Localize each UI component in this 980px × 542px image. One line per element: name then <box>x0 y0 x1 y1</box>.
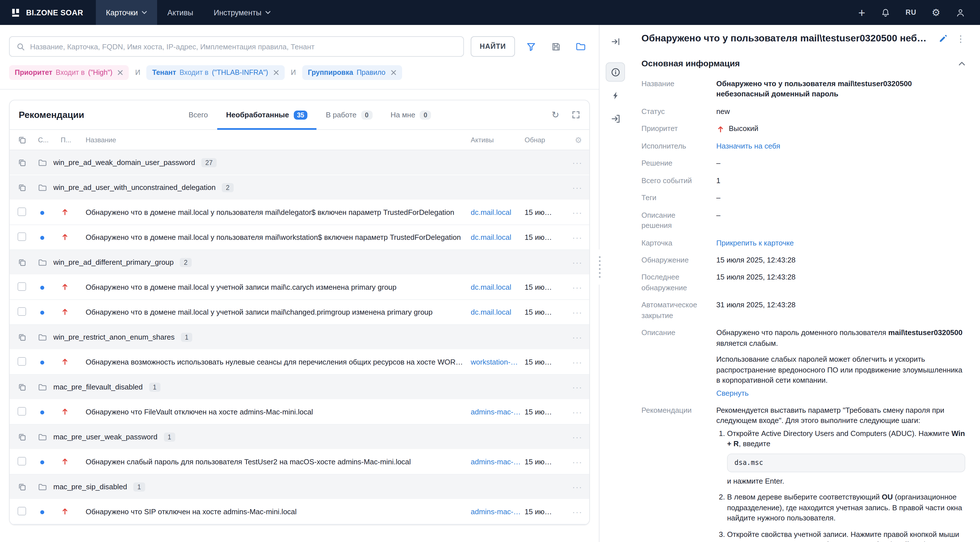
row-menu-kebab-icon[interactable]: ··· <box>557 332 582 342</box>
group-name: mac_pre_user_weak_password <box>53 432 158 441</box>
panel-resize-handle[interactable] <box>597 250 602 285</box>
row-asset-link[interactable]: dc.mail.local <box>471 308 525 316</box>
row-asset-link[interactable]: dc.mail.local <box>471 233 525 242</box>
row-menu-kebab-icon[interactable]: ··· <box>557 307 582 317</box>
row-asset-link[interactable]: admins-mac-… <box>471 408 525 416</box>
nav-item-cards[interactable]: Карточки <box>96 0 158 25</box>
activity-bolt-icon[interactable] <box>606 86 625 105</box>
nav-label: Инструменты <box>213 8 261 17</box>
row-asset-link[interactable]: dc.mail.local <box>471 283 525 291</box>
edit-pencil-icon[interactable] <box>939 34 948 43</box>
recommendation-row[interactable]: Обнаружена возможность использовать нуле… <box>10 350 589 375</box>
row-checkbox[interactable] <box>18 232 26 241</box>
send-to-panel-icon[interactable] <box>606 109 625 128</box>
remove-filter-icon[interactable] <box>273 70 279 75</box>
collapse-panel-icon[interactable] <box>606 32 625 51</box>
row-checkbox[interactable] <box>18 307 26 316</box>
group-stack-select-icon[interactable] <box>18 482 38 491</box>
search-submit-button[interactable]: НАЙТИ <box>471 36 515 57</box>
row-asset-link[interactable]: workstation-… <box>471 358 525 366</box>
group-stack-select-icon[interactable] <box>18 332 38 342</box>
fullscreen-expand-icon[interactable] <box>572 111 580 119</box>
group-stack-select-icon[interactable] <box>18 382 38 391</box>
row-asset-link[interactable]: admins-mac-… <box>471 507 525 516</box>
filter-chip-tenant[interactable]: Тенант Входит в ("THLAB-INFRA") <box>146 65 285 80</box>
row-menu-kebab-icon[interactable]: ··· <box>557 507 582 517</box>
row-checkbox[interactable] <box>18 507 26 515</box>
collapse-description-link[interactable]: Свернуть <box>716 389 749 397</box>
row-menu-kebab-icon[interactable]: ··· <box>557 357 582 367</box>
row-menu-kebab-icon[interactable]: ··· <box>557 257 582 267</box>
group-name: win_pre_ad_user_with_unconstrained_deleg… <box>53 183 215 192</box>
collapse-section-chevron-icon[interactable] <box>958 61 965 65</box>
group-row[interactable]: mac_pre_filevault_disabled 1 ··· <box>10 375 589 400</box>
row-menu-kebab-icon[interactable]: ··· <box>557 282 582 292</box>
filter-funnel-icon[interactable] <box>522 37 540 56</box>
search-input[interactable] <box>30 42 457 51</box>
brand-home-link[interactable]: BI.ZONE SOAR <box>0 0 96 25</box>
group-row[interactable]: mac_pre_user_weak_password 1 ··· <box>10 424 589 450</box>
group-stack-select-icon[interactable] <box>18 257 38 267</box>
nav-item-assets[interactable]: Активы <box>157 0 203 25</box>
row-menu-kebab-icon[interactable]: ··· <box>557 232 582 242</box>
tab-in-progress[interactable]: В работе 0 <box>317 100 382 130</box>
row-asset-link[interactable]: dc.mail.local <box>471 208 525 216</box>
row-menu-kebab-icon[interactable]: ··· <box>557 157 582 167</box>
row-menu-kebab-icon[interactable]: ··· <box>557 382 582 392</box>
tab-on-me[interactable]: На мне 0 <box>382 100 440 130</box>
field-action-link[interactable]: Назначить на себя <box>716 142 780 150</box>
nav-item-tools[interactable]: Инструменты <box>203 0 280 25</box>
group-row[interactable]: win_pre_ad_user_with_unconstrained_deleg… <box>10 175 589 200</box>
row-checkbox[interactable] <box>18 407 26 415</box>
info-tab-icon[interactable] <box>606 62 625 82</box>
select-all-stack-icon[interactable] <box>18 135 38 144</box>
recommendation-row[interactable]: Обнаружено что FileVault отключен на хос… <box>10 400 589 424</box>
row-checkbox[interactable] <box>18 457 26 465</box>
saved-searches-folder-icon[interactable] <box>572 37 590 56</box>
recommendation-row[interactable]: Обнаружено что в домене mail.local у уче… <box>10 275 589 300</box>
settings-gear-icon[interactable]: ⚙ <box>932 8 940 17</box>
row-menu-kebab-icon[interactable]: ··· <box>557 432 582 442</box>
row-checkbox[interactable] <box>18 282 26 291</box>
row-menu-kebab-icon[interactable]: ··· <box>557 482 582 491</box>
row-checkbox[interactable] <box>18 207 26 216</box>
create-button[interactable]: + <box>858 6 865 18</box>
row-menu-kebab-icon[interactable]: ··· <box>557 457 582 467</box>
row-menu-kebab-icon[interactable]: ··· <box>557 183 582 192</box>
group-row[interactable]: mac_pre_sip_disabled 1 ··· <box>10 475 589 499</box>
recommendation-row[interactable]: Обнаружено что в домене mail.local у пол… <box>10 200 589 225</box>
group-row[interactable]: win_pre_restrict_anon_enum_shares 1 ··· <box>10 325 589 350</box>
tab-unprocessed[interactable]: Необработанные 35 <box>217 100 317 130</box>
row-menu-kebab-icon[interactable]: ··· <box>557 407 582 417</box>
row-detect-time: 15 ию… <box>525 408 557 416</box>
row-menu-kebab-icon[interactable]: ··· <box>557 208 582 217</box>
recommendation-step: Откройте Active Directory Users and Comp… <box>727 429 965 487</box>
recommendation-row[interactable]: Обнаружено что в домене mail.local у пол… <box>10 225 589 250</box>
remove-filter-icon[interactable] <box>118 70 123 75</box>
priority-high-arrow-icon <box>61 207 69 216</box>
tab-total[interactable]: Всего <box>180 100 217 130</box>
row-checkbox[interactable] <box>18 357 26 366</box>
notifications-bell-icon[interactable] <box>880 8 890 17</box>
group-row[interactable]: win_pre_ad_weak_domain_user_password 27 … <box>10 150 589 175</box>
user-profile-icon[interactable] <box>956 8 965 17</box>
table-settings-gear-icon[interactable]: ⚙ <box>557 135 582 144</box>
field-action-link[interactable]: Прикрепить к карточке <box>716 238 794 247</box>
group-stack-select-icon[interactable] <box>18 183 38 192</box>
recommendation-row[interactable]: Обнаружен слабый пароль для пользователя… <box>10 450 589 475</box>
save-search-icon[interactable] <box>547 37 565 56</box>
row-asset-link[interactable]: admins-mac-… <box>471 458 525 466</box>
filter-chip-priority[interactable]: Приоритет Входит в ("High") <box>9 65 129 80</box>
remove-filter-icon[interactable] <box>390 70 396 75</box>
group-stack-select-icon[interactable] <box>18 158 38 167</box>
language-selector[interactable]: RU <box>905 8 916 16</box>
detail-menu-kebab-icon[interactable]: ⋮ <box>956 33 965 44</box>
refresh-icon[interactable]: ↻ <box>552 110 559 120</box>
recommendation-row[interactable]: Обнаружено что в домене mail.local у уче… <box>10 300 589 325</box>
recommendation-row[interactable]: Обнаружено что SIP отключен на хосте adm… <box>10 499 589 525</box>
group-row[interactable]: win_pre_ad_different_primary_group 2 ··· <box>10 250 589 275</box>
group-stack-select-icon[interactable] <box>18 432 38 441</box>
top-navigation-bar: BI.ZONE SOAR Карточки Активы Инструменты… <box>0 0 980 25</box>
filter-joiner: И <box>135 68 140 76</box>
filter-chip-grouping[interactable]: Группировка Правило <box>302 65 402 80</box>
